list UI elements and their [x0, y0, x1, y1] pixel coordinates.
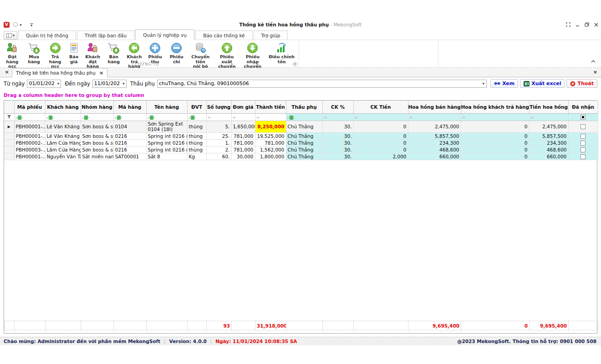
dieu-chinh-ton-button[interactable]: Điều chỉnh tồn [265, 41, 298, 65]
close-tab-icon[interactable]: × [99, 70, 103, 76]
table-cell[interactable]: 2. [206, 146, 231, 153]
table-cell[interactable]: 25. [206, 132, 231, 139]
application-menu-button[interactable]: ▼ [4, 31, 17, 40]
filter-cell-8[interactable]: = [255, 113, 286, 121]
table-cell[interactable]: Chú Thắng [286, 153, 322, 160]
column-header-2[interactable]: Nhóm hàng [81, 101, 113, 113]
from-date-picker[interactable]: ▼ [27, 80, 61, 88]
table-cell[interactable]: 5,857,500 [529, 132, 568, 139]
table-cell[interactable]: Sắt miền nam [81, 153, 113, 160]
mua-hang-button[interactable]: Mua hàng [23, 41, 45, 65]
table-cell[interactable]: 2,000 [353, 153, 408, 160]
grid-empty-area[interactable] [4, 160, 597, 321]
filter-checkbox[interactable] [581, 115, 586, 120]
table-cell[interactable]: 0104 [113, 121, 146, 132]
column-header-11[interactable]: CK Tiền [353, 101, 408, 113]
table-cell[interactable]: Sơn boss & sp... [81, 139, 113, 146]
table-cell[interactable]: Spring int 0216 (18l) [146, 146, 187, 153]
table-cell[interactable]: Spring int 0216 (18l) [146, 139, 187, 146]
filter-cell-2[interactable]: ac [81, 113, 113, 121]
table-cell[interactable]: PBH00002-... [14, 139, 45, 146]
table-cell[interactable]: Kg [187, 153, 206, 160]
from-date-input[interactable] [27, 81, 56, 87]
table-cell[interactable]: 5,857,500 [408, 132, 461, 139]
ribbon-tab-4[interactable]: Trợ giúp [254, 30, 288, 40]
table-cell[interactable]: 781,000 [231, 139, 255, 146]
phieu-chi-button[interactable]: Phiếu chi [166, 41, 187, 65]
table-cell[interactable]: 30,000 [231, 153, 255, 160]
to-date-picker[interactable]: ▼ [92, 80, 127, 88]
table-cell[interactable]: PBH00003-... [14, 146, 45, 153]
export-excel-button[interactable]: Xuất excel [520, 79, 565, 88]
table-cell[interactable]: 30. [322, 153, 353, 160]
ribbon-tab-0[interactable]: Quản trị hệ thống [18, 30, 76, 40]
table-cell[interactable]: 19,525,000 [255, 132, 286, 139]
table-cell[interactable]: Chú Thắng [286, 139, 322, 146]
table-cell[interactable]: Sơn boss & sp... [81, 121, 113, 132]
filter-cell-0[interactable]: ac [14, 113, 45, 121]
received-checkbox[interactable] [581, 154, 586, 159]
close-all-tabs-button[interactable]: × [4, 69, 10, 76]
fullscreen-button[interactable] [566, 22, 570, 27]
column-header-14[interactable]: Tiền hoa hồng [529, 101, 568, 113]
table-cell[interactable] [568, 146, 598, 153]
restore-button[interactable] [585, 22, 589, 27]
table-cell[interactable]: thùng [187, 139, 206, 146]
received-checkbox[interactable] [581, 141, 586, 146]
table-cell[interactable]: Sơn Spring Ext 0104 (18l) [146, 121, 187, 132]
table-cell[interactable]: Sơn boss & sp... [81, 132, 113, 139]
table-cell[interactable]: 660,000 [529, 153, 568, 160]
table-cell[interactable]: 30. [322, 132, 353, 139]
minimize-button[interactable] [576, 23, 580, 27]
table-cell[interactable]: 0216 [113, 146, 146, 153]
column-header-7[interactable]: Đơn giá [231, 101, 255, 113]
table-cell[interactable]: 5. [206, 121, 231, 132]
close-window-button[interactable] [594, 23, 598, 27]
ribbon-tab-3[interactable]: Báo cáo thống kê [195, 30, 252, 40]
table-cell[interactable]: thùng [187, 132, 206, 139]
tab-thong-ke-tien-hoa-hong[interactable]: Thống kê tiền hoa hồng thầu phụ × [12, 68, 107, 77]
column-header-1[interactable]: Khách hàng [45, 101, 81, 113]
table-cell[interactable]: 0 [353, 146, 408, 153]
table-cell[interactable]: Chú Thắng [286, 132, 322, 139]
table-cell[interactable]: 8,250,000 [255, 121, 286, 132]
table-cell[interactable]: 30. [322, 146, 353, 153]
table-cell[interactable]: 0 [461, 121, 529, 132]
column-header-15[interactable]: Đã nhận [568, 101, 598, 113]
view-button[interactable]: Xem [490, 79, 518, 88]
table-cell[interactable]: 0 [353, 132, 408, 139]
table-cell[interactable]: PBH00001-... [14, 121, 45, 132]
ribbon-tab-1[interactable]: Thiết lập ban đầu [77, 30, 134, 40]
table-cell[interactable]: 0 [461, 153, 529, 160]
to-date-input[interactable] [93, 81, 121, 87]
filter-cell-15[interactable] [568, 113, 598, 121]
table-cell[interactable] [568, 132, 598, 139]
table-cell[interactable]: 781,000 [255, 139, 286, 146]
table-cell[interactable] [568, 139, 598, 146]
filter-cell-10[interactable]: = [322, 113, 353, 121]
table-cell[interactable]: 0216 [113, 139, 146, 146]
column-header-0[interactable]: Mã phiếu [14, 101, 45, 113]
bao-gia-button[interactable]: Báo giá [65, 41, 82, 65]
filter-cell-5[interactable]: ac [187, 113, 206, 121]
ribbon-tab-2[interactable]: Quản lý nghiệp vụ [135, 30, 194, 40]
received-checkbox[interactable] [581, 124, 586, 129]
table-cell[interactable]: Spring int 0216 (18l) [146, 132, 187, 139]
table-cell[interactable]: Sắt 8 [146, 153, 187, 160]
phieu-thu-button[interactable]: Phiếu thu [144, 41, 166, 65]
row-indicator[interactable] [4, 153, 14, 160]
table-cell[interactable]: 30. [322, 121, 353, 132]
column-header-13[interactable]: Hoa hồng khách trả hàng [461, 101, 529, 113]
table-cell[interactable] [568, 121, 598, 132]
table-cell[interactable]: 0 [353, 139, 408, 146]
exit-button[interactable]: Thoát [566, 79, 597, 88]
filter-cell-12[interactable]: = [408, 113, 461, 121]
received-checkbox[interactable] [581, 147, 586, 152]
table-cell[interactable]: 0 [353, 121, 408, 132]
filter-cell-13[interactable]: = [461, 113, 529, 121]
subcontractor-input[interactable] [158, 81, 480, 87]
table-cell[interactable]: 234,300 [408, 139, 461, 146]
column-header-3[interactable]: Mã hàng [113, 101, 146, 113]
row-indicator[interactable]: ▶ [4, 121, 14, 132]
filter-cell-7[interactable]: = [231, 113, 255, 121]
